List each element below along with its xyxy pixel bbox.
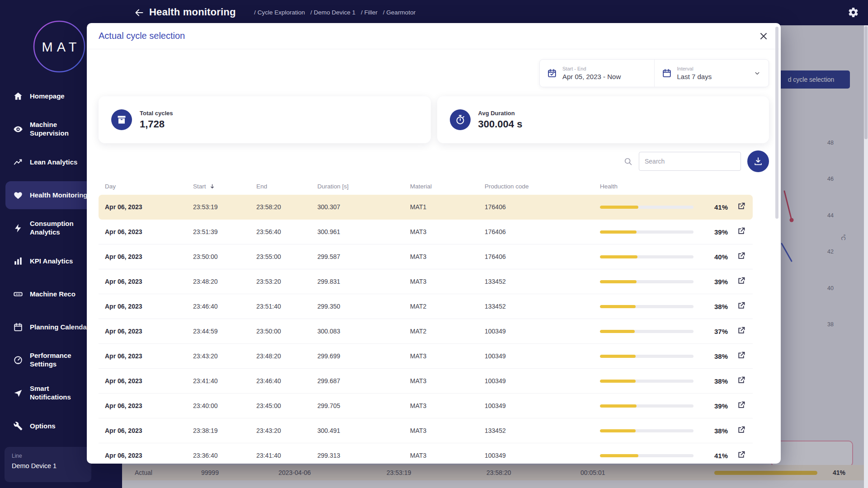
calendar-check-icon [547, 68, 557, 78]
interval-select[interactable]: Interval Last 7 days [654, 60, 769, 87]
breadcrumb-item[interactable]: / Cycle Exploration [254, 9, 305, 16]
download-button[interactable] [747, 150, 769, 172]
breadcrumb-item[interactable]: / Gearmotor [383, 9, 415, 16]
table-row[interactable]: Apr 06, 202323:50:0023:55:00299.587MAT31… [99, 244, 753, 269]
settings-button[interactable] [848, 7, 859, 18]
sort-desc-icon[interactable] [209, 183, 216, 190]
column-header-production-code[interactable]: Production code [485, 183, 600, 190]
page-scrollbar-thumb[interactable] [864, 26, 868, 139]
column-header-start[interactable]: Start [193, 183, 256, 190]
modal-title: Actual cycle selection [99, 31, 185, 41]
health-bar [600, 330, 697, 333]
gauge-icon [13, 355, 23, 365]
open-cycle-button[interactable] [736, 400, 746, 411]
cell-start: 23:36:40 [193, 452, 256, 459]
cell-duration: 299.350 [317, 303, 410, 310]
table-row[interactable]: Apr 06, 202323:48:2023:53:20299.831MAT31… [99, 269, 753, 294]
breadcrumb: / Cycle Exploration/ Demo Device 1/ Fill… [254, 9, 415, 16]
cell-start: 23:41:40 [193, 377, 256, 385]
cell-day: Apr 06, 2023 [105, 253, 193, 260]
table-toolbar [99, 150, 769, 172]
cell-start: 23:46:40 [193, 303, 256, 310]
cell-production-code: 100349 [485, 452, 600, 459]
cell-duration: 299.587 [317, 253, 410, 260]
table-row[interactable]: Apr 06, 202323:40:0023:45:00299.705MAT31… [99, 394, 753, 418]
page-scrollbar[interactable] [864, 25, 868, 488]
open-cycle-button[interactable] [736, 251, 746, 262]
table-row[interactable]: Apr 06, 202323:51:3923:56:40300.961MAT31… [99, 220, 753, 244]
cell-duration: 300.491 [317, 427, 410, 434]
table-row[interactable]: Apr 06, 202323:46:4023:51:40299.350MAT21… [99, 294, 753, 319]
column-header-health[interactable]: Health [600, 183, 697, 190]
cell-end: 23:53:20 [256, 278, 317, 285]
open-cycle-button[interactable] [736, 301, 746, 312]
line-device-selector[interactable]: Line Demo Device 1 [5, 447, 91, 482]
cell-material: MAT3 [410, 427, 485, 434]
cycle-table-body: Apr 06, 202323:53:1923:58:20300.307MAT11… [99, 195, 753, 464]
open-cycle-button[interactable] [736, 276, 746, 287]
cell-day: Apr 06, 2023 [105, 402, 193, 409]
cell-day: Apr 06, 2023 [105, 352, 193, 360]
sidebar-item-label: Health Monitoring [30, 191, 90, 200]
bar-chart-icon [13, 256, 23, 266]
column-header-end[interactable]: End [256, 183, 317, 190]
avg-duration-label: Avg Duration [478, 110, 523, 117]
cell-production-code: 100349 [485, 328, 600, 335]
health-bar [600, 305, 697, 308]
open-cycle-button[interactable] [736, 375, 746, 386]
cell-end: 23:46:40 [256, 377, 317, 385]
table-row[interactable]: Apr 06, 202323:38:1923:43:20300.491MAT31… [99, 418, 753, 443]
table-row[interactable]: Apr 06, 202323:44:5923:50:00300.083MAT21… [99, 319, 753, 344]
column-header-duration-s[interactable]: Duration [s] [317, 183, 410, 190]
launch-icon [736, 276, 746, 286]
breadcrumb-item[interactable]: / Demo Device 1 [311, 9, 356, 16]
column-header-day[interactable]: Day [105, 183, 193, 190]
search-input[interactable] [639, 152, 741, 171]
date-range-picker[interactable]: Start - End Apr 05, 2023 - Now [540, 60, 654, 87]
table-row[interactable]: Apr 06, 202323:43:2023:48:20299.699MAT31… [99, 344, 753, 369]
cell-start: 23:50:00 [193, 253, 256, 260]
column-header-material[interactable]: Material [410, 183, 485, 190]
cell-material: MAT3 [410, 278, 485, 285]
open-cycle-button[interactable] [736, 326, 746, 337]
open-cycle-button[interactable] [736, 202, 746, 212]
cell-material: MAT3 [410, 352, 485, 360]
back-button[interactable] [134, 7, 145, 18]
cell-day: Apr 06, 2023 [105, 377, 193, 385]
send-icon [13, 388, 23, 398]
page-title: Health monitoring [149, 6, 236, 18]
cell-end: 23:50:00 [256, 328, 317, 335]
cell-production-code: 176406 [485, 253, 600, 260]
open-cycle-button[interactable] [736, 351, 746, 361]
cell-day: Apr 06, 2023 [105, 278, 193, 285]
launch-icon [736, 326, 746, 335]
avg-duration-value: 300.004 s [478, 118, 523, 130]
launch-icon [736, 251, 746, 261]
device-name: Demo Device 1 [12, 462, 84, 469]
health-percent: 37% [697, 328, 728, 335]
cell-duration: 300.083 [317, 328, 410, 335]
home-icon [13, 91, 23, 101]
health-percent: 38% [697, 377, 728, 385]
open-cycle-button[interactable] [736, 425, 746, 436]
table-row[interactable]: Apr 06, 202323:53:1923:58:20300.307MAT11… [99, 195, 753, 220]
cell-duration: 299.699 [317, 352, 410, 360]
open-cycle-button[interactable] [736, 450, 746, 461]
open-cycle-button[interactable] [736, 226, 746, 237]
cell-start: 23:53:19 [193, 203, 256, 211]
cell-day: Apr 06, 2023 [105, 452, 193, 459]
line-label: Line [12, 453, 84, 459]
cell-duration: 300.307 [317, 203, 410, 211]
health-bar [600, 355, 697, 358]
cell-production-code: 176406 [485, 203, 600, 211]
cell-duration: 299.313 [317, 452, 410, 459]
health-percent: 39% [697, 278, 728, 286]
table-row[interactable]: Apr 06, 202323:36:4023:41:40299.313MAT31… [99, 443, 753, 464]
modal-scrollbar-thumb[interactable] [775, 27, 778, 219]
cell-production-code: 133452 [485, 427, 600, 434]
cell-start: 23:38:19 [193, 427, 256, 434]
close-button[interactable] [758, 31, 769, 42]
breadcrumb-item[interactable]: / Filler [361, 9, 377, 16]
launch-icon [736, 425, 746, 435]
table-row[interactable]: Apr 06, 202323:41:4023:46:40299.687MAT31… [99, 369, 753, 394]
